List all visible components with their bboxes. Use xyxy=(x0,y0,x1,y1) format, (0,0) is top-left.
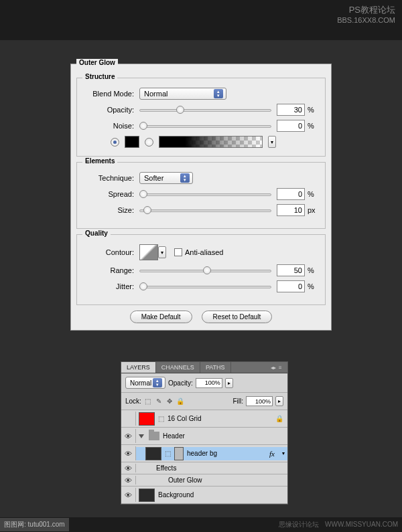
visibility-icon[interactable]: 👁 xyxy=(125,464,132,472)
panel-collapse-icon[interactable]: ◂▸ xyxy=(271,365,277,370)
layer-row-grid[interactable]: ⬚ 16 Col Grid 🔒 xyxy=(121,410,287,428)
dialog-title: Outer Glow xyxy=(76,59,118,66)
structure-legend: Structure xyxy=(82,73,117,80)
footer-right-1: 思缘设计论坛 xyxy=(279,521,319,528)
layer-name: Background xyxy=(158,491,194,499)
layer-row-effects[interactable]: 👁 Effects xyxy=(121,462,287,474)
spread-slider[interactable] xyxy=(139,189,271,199)
elements-legend: Elements xyxy=(82,157,117,165)
tab-channels[interactable]: CHANNELS xyxy=(156,362,200,373)
fill-label: Fill: xyxy=(232,397,243,405)
layer-row-outer-glow-effect[interactable]: 👁 Outer Glow xyxy=(121,474,287,486)
visibility-icon[interactable]: 👁 xyxy=(125,491,132,499)
noise-input[interactable] xyxy=(277,120,305,132)
tab-layers[interactable]: LAYERS xyxy=(121,362,156,373)
layer-name: 16 Col Grid xyxy=(168,415,202,422)
layer-opacity-label: Opacity: xyxy=(168,379,193,387)
range-slider[interactable] xyxy=(139,266,271,275)
spread-label: Spread: xyxy=(84,190,134,198)
watermark-top-right: PS教程论坛 BBS.16XX8.COM xyxy=(337,4,395,24)
make-default-button[interactable]: Make Default xyxy=(130,311,192,323)
folder-icon xyxy=(149,432,159,440)
dropdown-arrows-icon xyxy=(153,378,162,387)
jitter-input[interactable] xyxy=(277,280,305,292)
jitter-label: Jitter: xyxy=(84,282,134,290)
lock-pixels-icon[interactable]: ✎ xyxy=(155,397,163,406)
layers-panel: LAYERS CHANNELS PATHS ◂▸ ≡ Normal Opacit… xyxy=(121,361,288,505)
lock-all-icon[interactable]: 🔒 xyxy=(176,397,184,406)
layer-name: Header xyxy=(163,432,185,440)
panel-tabs: LAYERS CHANNELS PATHS ◂▸ ≡ xyxy=(121,362,287,373)
dropdown-arrows-icon xyxy=(214,89,223,98)
disclosure-icon[interactable] xyxy=(139,434,144,438)
fill-input[interactable] xyxy=(246,396,273,406)
tab-paths[interactable]: PATHS xyxy=(200,362,231,373)
effect-label: Outer Glow xyxy=(168,476,202,484)
fill-dropdown-icon[interactable]: ▸ xyxy=(275,396,283,406)
layer-name: header bg xyxy=(187,450,217,457)
effects-label: Effects xyxy=(156,464,176,472)
blend-mode-select[interactable]: Normal xyxy=(139,88,226,100)
fx-badge[interactable]: fx xyxy=(269,450,275,458)
gradient-radio[interactable] xyxy=(145,138,153,147)
fx-disclosure-icon[interactable]: ▾ xyxy=(282,450,285,456)
layer-row-background[interactable]: 👁 Background xyxy=(121,486,287,504)
noise-label: Noise: xyxy=(84,122,134,130)
footer-bar: 图图网: tutu001.com 思缘设计论坛 WWW.MISSYUAN.COM xyxy=(0,517,402,532)
noise-slider[interactable] xyxy=(139,121,271,130)
layer-thumbnail[interactable] xyxy=(139,412,155,426)
blend-mode-label: Blend Mode: xyxy=(84,90,134,98)
panel-menu-icon[interactable]: ≡ xyxy=(279,365,285,370)
dropdown-arrows-icon xyxy=(180,173,190,183)
jitter-unit: % xyxy=(308,282,318,290)
size-input[interactable] xyxy=(277,204,305,216)
antialiased-label: Anti-aliased xyxy=(185,248,223,256)
contour-picker[interactable] xyxy=(139,244,158,260)
color-swatch[interactable] xyxy=(125,136,139,148)
mask-thumbnail[interactable] xyxy=(174,447,184,460)
spread-input[interactable] xyxy=(277,188,305,200)
layer-blend-mode-select[interactable]: Normal xyxy=(125,377,165,389)
lock-label: Lock: xyxy=(125,397,141,405)
structure-group: Structure Blend Mode: Normal Opacity: % … xyxy=(76,78,326,157)
size-unit: px xyxy=(308,206,318,214)
range-label: Range: xyxy=(84,266,134,274)
layer-thumbnail[interactable] xyxy=(139,489,155,502)
opacity-label: Opacity: xyxy=(84,106,134,114)
size-label: Size: xyxy=(84,206,134,214)
opacity-slider[interactable] xyxy=(139,105,271,114)
lock-position-icon[interactable]: ✥ xyxy=(165,397,174,406)
opacity-dropdown-icon[interactable]: ▸ xyxy=(225,378,233,388)
link-icon: ⬚ xyxy=(165,450,171,457)
visibility-icon[interactable]: 👁 xyxy=(125,432,132,440)
outer-glow-dialog: Outer Glow Structure Blend Mode: Normal … xyxy=(70,64,332,331)
layer-thumbnail[interactable] xyxy=(145,447,161,460)
jitter-slider[interactable] xyxy=(139,282,271,291)
visibility-icon[interactable]: 👁 xyxy=(125,450,132,458)
visibility-icon[interactable]: 👁 xyxy=(125,476,132,484)
technique-select[interactable]: Softer xyxy=(139,172,193,184)
noise-unit: % xyxy=(308,122,318,130)
opacity-unit: % xyxy=(308,106,318,114)
footer-left: 图图网: tutu001.com xyxy=(0,518,69,531)
layer-opacity-input[interactable] xyxy=(196,378,222,388)
lock-icon: 🔒 xyxy=(275,415,283,422)
contour-label: Contour: xyxy=(84,248,134,256)
range-input[interactable] xyxy=(277,264,305,276)
size-slider[interactable] xyxy=(139,205,271,215)
solid-color-radio[interactable] xyxy=(111,138,119,147)
technique-label: Technique: xyxy=(84,174,134,182)
quality-group: Quality Contour: ▾ Anti-aliased Range: %… xyxy=(76,234,326,305)
layer-row-header-bg[interactable]: 👁 ⬚ header bg fx ▾ xyxy=(121,445,287,462)
opacity-input[interactable] xyxy=(277,104,305,116)
gradient-dropdown-icon[interactable]: ▾ xyxy=(268,136,276,148)
lock-transparency-icon[interactable]: ⬚ xyxy=(144,397,152,406)
gradient-preview[interactable] xyxy=(159,136,263,148)
elements-group: Elements Technique: Softer Spread: % Siz… xyxy=(76,162,326,229)
reset-default-button[interactable]: Reset to Default xyxy=(202,311,273,323)
layers-list: ⬚ 16 Col Grid 🔒 👁 Header 👁 ⬚ header bg f… xyxy=(121,410,287,504)
layer-row-header-group[interactable]: 👁 Header xyxy=(121,428,287,445)
antialiased-checkbox[interactable] xyxy=(174,248,182,256)
contour-dropdown-icon[interactable]: ▾ xyxy=(158,246,166,258)
quality-legend: Quality xyxy=(82,230,111,237)
